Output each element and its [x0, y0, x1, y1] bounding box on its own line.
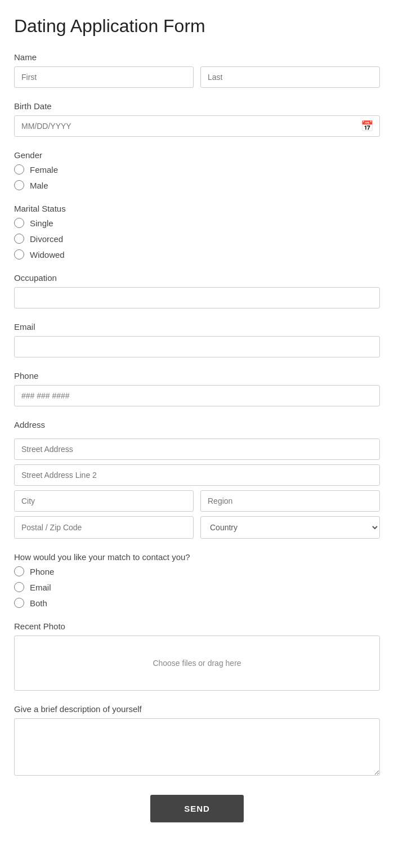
- phone-label: Phone: [14, 371, 380, 381]
- phone-section: Phone: [14, 371, 380, 406]
- description-label: Give a brief description of yourself: [14, 704, 380, 714]
- photo-section: Recent Photo Choose files or drag here: [14, 621, 380, 691]
- contact-label: How would you like your match to contact…: [14, 552, 380, 562]
- phone-input[interactable]: [14, 385, 380, 406]
- marital-single-radio[interactable]: [14, 218, 24, 228]
- marital-widowed-radio[interactable]: [14, 249, 24, 259]
- page-title: Dating Application Form: [14, 16, 380, 37]
- gender-female-radio[interactable]: [14, 164, 24, 175]
- marital-radio-group: Single Divorced Widowed: [14, 218, 380, 259]
- gender-female-option[interactable]: Female: [14, 164, 380, 175]
- marital-single-option[interactable]: Single: [14, 218, 380, 228]
- country-select[interactable]: Country United States United Kingdom Can…: [200, 516, 380, 539]
- description-textarea[interactable]: [14, 718, 380, 776]
- occupation-input[interactable]: [14, 287, 380, 308]
- marital-divorced-radio[interactable]: [14, 234, 24, 244]
- description-section: Give a brief description of yourself: [14, 704, 380, 778]
- marital-divorced-option[interactable]: Divorced: [14, 234, 380, 244]
- marital-divorced-label: Divorced: [30, 234, 63, 244]
- contact-phone-option[interactable]: Phone: [14, 566, 380, 576]
- contact-email-label: Email: [30, 583, 51, 592]
- gender-label: Gender: [14, 150, 380, 160]
- name-section: Name: [14, 52, 380, 88]
- contact-section: How would you like your match to contact…: [14, 552, 380, 608]
- gender-section: Gender Female Male: [14, 150, 380, 190]
- gender-male-radio[interactable]: [14, 180, 24, 190]
- address-line1-input[interactable]: [14, 439, 380, 460]
- file-drop-area[interactable]: Choose files or drag here: [14, 636, 380, 691]
- gender-male-label: Male: [30, 181, 48, 190]
- last-name-input[interactable]: [200, 66, 380, 88]
- contact-radio-group: Phone Email Both: [14, 566, 380, 608]
- birthdate-label: Birth Date: [14, 101, 380, 111]
- email-section: Email: [14, 322, 380, 357]
- birthdate-input[interactable]: [14, 115, 380, 137]
- marital-section: Marital Status Single Divorced Widowed: [14, 204, 380, 259]
- send-button-wrapper: SEND: [14, 795, 380, 822]
- postal-input[interactable]: [14, 516, 194, 539]
- contact-email-option[interactable]: Email: [14, 582, 380, 592]
- address-label: Address: [14, 420, 380, 429]
- address-line2-input[interactable]: [14, 464, 380, 486]
- marital-widowed-option[interactable]: Widowed: [14, 249, 380, 259]
- first-name-input[interactable]: [14, 66, 194, 88]
- gender-male-option[interactable]: Male: [14, 180, 380, 190]
- email-label: Email: [14, 322, 380, 332]
- gender-female-label: Female: [30, 165, 58, 175]
- contact-phone-radio[interactable]: [14, 566, 24, 576]
- marital-label: Marital Status: [14, 204, 380, 213]
- address-section: Address Country United States United Kin…: [14, 420, 380, 539]
- gender-radio-group: Female Male: [14, 164, 380, 190]
- photo-label: Recent Photo: [14, 621, 380, 631]
- occupation-section: Occupation: [14, 273, 380, 308]
- marital-single-label: Single: [30, 218, 53, 228]
- city-input[interactable]: [14, 490, 194, 512]
- email-input[interactable]: [14, 336, 380, 357]
- contact-email-radio[interactable]: [14, 582, 24, 592]
- send-button[interactable]: SEND: [150, 795, 244, 822]
- contact-both-option[interactable]: Both: [14, 598, 380, 608]
- contact-both-radio[interactable]: [14, 598, 24, 608]
- contact-both-label: Both: [30, 598, 47, 608]
- marital-widowed-label: Widowed: [30, 250, 65, 259]
- name-label: Name: [14, 52, 380, 62]
- occupation-label: Occupation: [14, 273, 380, 283]
- file-drop-label: Choose files or drag here: [153, 659, 241, 668]
- contact-phone-label: Phone: [30, 567, 54, 576]
- birthdate-section: Birth Date 📅: [14, 101, 380, 137]
- region-input[interactable]: [200, 490, 380, 512]
